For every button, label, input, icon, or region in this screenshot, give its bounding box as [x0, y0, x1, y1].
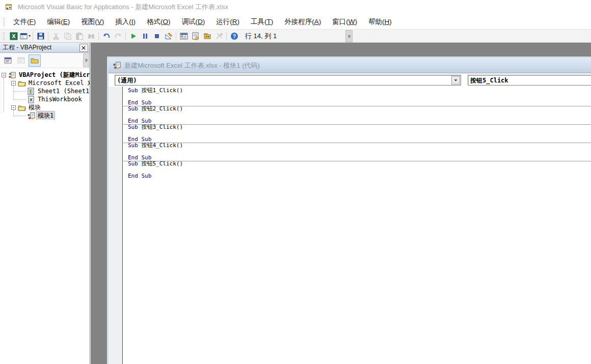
code-line[interactable] — [123, 167, 591, 173]
folder-open-icon — [18, 104, 26, 111]
overflow-down-icon — [346, 34, 352, 39]
tree-node-label[interactable]: 模块 — [28, 103, 42, 112]
object-dropdown-arrow-icon[interactable] — [451, 76, 460, 85]
code-line[interactable]: Sub 按钮1_Click() — [123, 88, 591, 94]
undo-button[interactable] — [100, 30, 112, 42]
cut-button[interactable] — [50, 30, 62, 42]
svg-text:X: X — [12, 33, 16, 39]
menu-debug[interactable]: 调试(D) — [176, 14, 211, 29]
toolbar-separator — [125, 32, 126, 41]
collapse-expander-icon[interactable]: - — [11, 105, 16, 110]
vba-project-icon — [8, 71, 16, 79]
standard-toolbar: X▾? 行 14, 列 1 — [0, 29, 591, 43]
insert-userform-button[interactable]: ▾ — [19, 30, 31, 42]
vba-app-icon — [5, 3, 14, 12]
menu-window[interactable]: 窗口(W) — [327, 14, 363, 29]
menu-file[interactable]: 文件(F) — [8, 14, 41, 29]
toolbar-separator — [226, 32, 227, 41]
project-panel-header: 工程 - VBAProject — [0, 43, 90, 53]
paste-button[interactable] — [73, 30, 85, 42]
main-area: 工程 - VBAProject -VBAProject (新建Micr-Micr… — [0, 43, 591, 364]
tree-node-modules-folder[interactable]: -模块 — [0, 103, 90, 111]
view-code-button[interactable] — [2, 54, 14, 67]
help-icon: ? — [230, 32, 238, 40]
menu-tools[interactable]: 工具(T) — [245, 14, 279, 29]
dropdown-caret-icon[interactable]: ▾ — [29, 34, 31, 38]
view-excel-button[interactable]: X — [8, 30, 19, 42]
object-dropdown[interactable]: (通用) — [115, 75, 461, 86]
help-button[interactable]: ? — [228, 30, 240, 42]
tree-node-label[interactable]: VBAProject (新建Micr — [18, 71, 90, 79]
module-icon — [113, 62, 121, 70]
project-panel-toolbar — [0, 53, 90, 68]
menu-run[interactable]: 运行(R) — [210, 14, 245, 29]
window-titlebar: Microsoft Visual Basic for Applications … — [0, 0, 591, 14]
object-dropdown-value: (通用) — [115, 75, 461, 86]
toolbox-button[interactable] — [213, 30, 225, 42]
properties-window-button[interactable] — [190, 30, 201, 42]
tree-node-module1[interactable]: 模块1 — [0, 111, 90, 120]
project-panel-title: 工程 - VBAProject — [3, 43, 51, 52]
code-line[interactable] — [123, 112, 591, 118]
code-line[interactable] — [123, 130, 591, 136]
project-panel-overflow-button[interactable] — [83, 53, 89, 67]
code-window-titlebar[interactable]: 新建Microsoft Excel 工作表.xlsx - 模块1 (代码) — [109, 58, 591, 73]
code-line[interactable]: End Sub — [123, 118, 591, 124]
reset-icon — [153, 32, 161, 40]
menu-insert[interactable]: 插入(I) — [110, 14, 141, 29]
combo-arrow-icon — [453, 77, 459, 83]
tree-node-label[interactable]: Sheet1 (Sheet1) — [37, 88, 90, 95]
tree-node-thisworkbook[interactable]: ThisWorkbook — [0, 95, 90, 103]
project-explorer-panel: 工程 - VBAProject -VBAProject (新建Micr-Micr… — [0, 43, 90, 364]
collapse-expander-icon[interactable]: - — [11, 81, 16, 86]
redo-button[interactable] — [112, 30, 124, 42]
menu-addins[interactable]: 外接程序(A) — [279, 14, 327, 29]
project-explorer-button[interactable] — [178, 30, 190, 42]
design-mode-button[interactable] — [163, 30, 174, 42]
code-line[interactable]: End Sub — [123, 173, 591, 179]
toggle-folders-button[interactable] — [29, 54, 41, 67]
toolbar-overflow-button[interactable] — [345, 30, 353, 42]
menu-view[interactable]: 视图(V) — [75, 14, 110, 29]
code-line[interactable]: End Sub — [123, 100, 591, 106]
procedure-dropdown[interactable]: 按钮5_Click — [468, 75, 591, 86]
tree-node-excel-objects[interactable]: -Microsoft Excel 对象 — [0, 79, 90, 87]
toolbar-grip-handle[interactable] — [3, 32, 5, 40]
break-icon — [141, 32, 149, 40]
code-line[interactable]: Sub 按钮4_Click() — [123, 143, 591, 149]
toolbox-icon — [215, 32, 223, 40]
menubar-grip-handle[interactable] — [3, 18, 5, 26]
project-tree: -VBAProject (新建Micr-Microsoft Excel 对象Sh… — [0, 68, 90, 120]
project-panel-close-button[interactable] — [79, 44, 88, 52]
module-icon — [113, 62, 121, 70]
tree-node-label[interactable]: Microsoft Excel 对象 — [28, 79, 90, 88]
tree-node-vbaproject[interactable]: -VBAProject (新建Micr — [0, 71, 90, 79]
copy-button[interactable] — [62, 30, 73, 42]
view-excel-icon: X — [10, 32, 18, 40]
code-line[interactable]: Sub 按钮3_Click() — [123, 124, 591, 130]
procedure-dropdown-value: 按钮5_Click — [468, 75, 591, 86]
code-line[interactable]: End Sub — [123, 136, 591, 143]
menu-format[interactable]: 格式(O) — [141, 14, 176, 29]
reset-button[interactable] — [151, 30, 163, 42]
find-button[interactable] — [85, 30, 97, 42]
tree-node-sheet1[interactable]: Sheet1 (Sheet1) — [0, 87, 90, 95]
view-code-icon — [4, 57, 12, 65]
code-editor[interactable]: Sub 按钮1_Click()End SubSub 按钮2_Click()End… — [109, 87, 591, 364]
menu-edit[interactable]: 编辑(E) — [41, 14, 75, 29]
run-button[interactable] — [127, 30, 139, 42]
code-window-combo-row: (通用) 按钮5_Click — [109, 73, 591, 87]
break-button[interactable] — [139, 30, 151, 42]
code-line[interactable]: End Sub — [123, 155, 591, 161]
code-line[interactable]: Sub 按钮5_Click() — [123, 161, 591, 167]
menu-help[interactable]: 帮助(H) — [363, 14, 397, 29]
collapse-expander-icon[interactable]: - — [2, 73, 6, 77]
object-browser-button[interactable] — [201, 30, 213, 42]
code-line[interactable]: Sub 按钮2_Click() — [123, 106, 591, 112]
save-button[interactable] — [35, 30, 46, 42]
tree-node-label[interactable]: ThisWorkbook — [37, 96, 83, 103]
code-line[interactable] — [123, 94, 591, 100]
view-object-button[interactable] — [15, 54, 28, 67]
code-line[interactable] — [123, 149, 591, 155]
tree-node-label[interactable]: 模块1 — [37, 111, 55, 120]
